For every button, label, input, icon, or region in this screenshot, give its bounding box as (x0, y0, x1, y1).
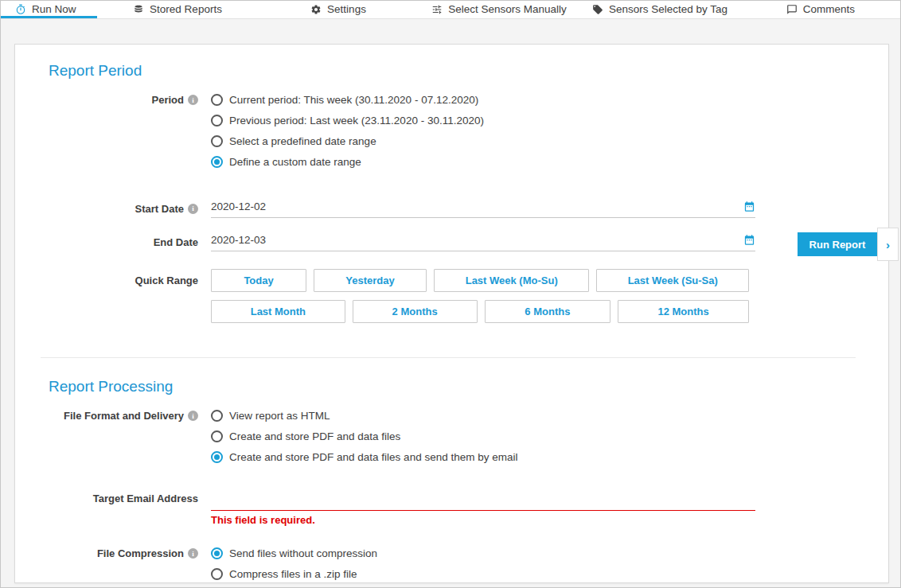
compression-option-none[interactable]: Send files without compression (211, 543, 755, 563)
radio-label: Select a predefined date range (229, 135, 376, 147)
period-label-wrap: Period i (15, 89, 198, 106)
period-options: Current period: This week (30.11.2020 - … (211, 89, 755, 172)
comment-icon (786, 4, 798, 15)
radio-icon-selected[interactable] (211, 451, 223, 463)
calendar-icon[interactable] (743, 234, 755, 246)
start-date-label: Start Date (135, 203, 184, 215)
info-icon[interactable]: i (188, 95, 198, 105)
compression-option-zip[interactable]: Compress files in a .zip file (211, 563, 755, 583)
chevron-right-icon: › (886, 238, 890, 251)
report-period-heading: Report Period (15, 45, 888, 80)
tab-label: Select Sensors Manually (448, 3, 567, 15)
end-date-row: End Date 2020-12-03 (15, 232, 888, 251)
tab-select-sensors-manually[interactable]: Select Sensors Manually (419, 0, 579, 18)
run-report-button[interactable]: Run Report (798, 232, 877, 256)
tab-label: Comments (803, 3, 855, 15)
quick-range-6-months-button[interactable]: 6 Months (485, 300, 611, 323)
period-option-current[interactable]: Current period: This week (30.11.2020 - … (211, 89, 755, 110)
radio-icon-selected[interactable] (211, 156, 223, 168)
file-compression-row: File Compression i Send files without co… (15, 543, 888, 583)
tag-icon (592, 4, 603, 15)
radio-label: Current period: This week (30.11.2020 - … (229, 94, 478, 106)
quick-range-last-week-mo-su-button[interactable]: Last Week (Mo-Su) (434, 269, 589, 292)
radio-icon[interactable] (211, 410, 223, 422)
file-format-row: File Format and Delivery i View report a… (15, 405, 888, 467)
tab-label: Sensors Selected by Tag (609, 3, 727, 15)
start-date-row: Start Date i 2020-12-02 (15, 199, 888, 218)
target-email-label: Target Email Address (93, 493, 198, 504)
format-option-html[interactable]: View report as HTML (211, 405, 755, 426)
tab-run-now[interactable]: Run Now (0, 0, 97, 18)
period-option-custom[interactable]: Define a custom date range (211, 151, 755, 172)
tab-sensors-selected-by-tag[interactable]: Sensors Selected by Tag (579, 0, 740, 18)
radio-label: Create and store PDF and data files and … (229, 451, 517, 463)
quick-range-12-months-button[interactable]: 12 Months (618, 300, 749, 323)
end-date-value[interactable]: 2020-12-03 (211, 234, 266, 246)
quick-range-row: Quick Range Today Yesterday Last Week (M… (15, 269, 888, 331)
tab-comments[interactable]: Comments (740, 0, 901, 18)
tab-label: Stored Reports (150, 3, 222, 15)
radio-icon[interactable] (211, 115, 223, 127)
radio-label: Define a custom date range (229, 156, 361, 168)
period-option-predefined[interactable]: Select a predefined date range (211, 130, 755, 151)
quick-range-last-month-button[interactable]: Last Month (211, 300, 345, 323)
format-option-store-email[interactable]: Create and store PDF and data files and … (211, 446, 755, 467)
radio-label: Create and store PDF and data files (229, 430, 400, 442)
quick-range-label: Quick Range (135, 275, 198, 286)
report-form-card: Report Period Period i Current period: T… (14, 44, 889, 583)
quick-range-yesterday-button[interactable]: Yesterday (314, 269, 427, 292)
radio-icon[interactable] (211, 568, 223, 580)
file-format-label-wrap: File Format and Delivery i (15, 405, 198, 422)
period-label: Period (152, 94, 184, 106)
end-date-label-wrap: End Date (15, 236, 198, 248)
email-error-row: This field is required. (15, 514, 888, 526)
info-icon[interactable]: i (188, 204, 198, 214)
file-compression-label-wrap: File Compression i (15, 543, 198, 559)
field-required-error: This field is required. (211, 514, 315, 526)
start-date-value[interactable]: 2020-12-02 (211, 201, 266, 212)
radio-icon[interactable] (211, 430, 223, 442)
gear-icon (310, 4, 322, 15)
radio-icon-selected[interactable] (211, 547, 223, 559)
start-date-field[interactable]: 2020-12-02 (211, 199, 755, 218)
period-option-previous[interactable]: Previous period: Last week (23.11.2020 -… (211, 110, 755, 130)
radio-icon[interactable] (211, 135, 223, 147)
radio-label: Previous period: Last week (23.11.2020 -… (229, 115, 484, 127)
quick-range-last-week-su-sa-button[interactable]: Last Week (Su-Sa) (596, 269, 749, 292)
target-email-row: Target Email Address (15, 492, 888, 511)
radio-label: Compress files in a .zip file (229, 568, 357, 580)
quick-range-2-months-button[interactable]: 2 Months (353, 300, 478, 323)
tab-stored-reports[interactable]: Stored Reports (97, 0, 258, 18)
period-row: Period i Current period: This week (30.1… (15, 89, 888, 172)
target-email-field-wrap (211, 492, 755, 511)
file-compression-label: File Compression (97, 547, 184, 559)
info-icon[interactable]: i (188, 548, 198, 559)
quick-range-label-wrap: Quick Range (15, 269, 198, 286)
end-date-label: End Date (154, 236, 198, 248)
radio-label: Send files without compression (229, 547, 377, 559)
report-processing-heading: Report Processing (15, 358, 888, 395)
database-icon (133, 4, 144, 15)
tab-label: Run Now (32, 3, 76, 15)
target-email-label-wrap: Target Email Address (15, 493, 198, 511)
top-tab-bar: Run Now Stored Reports Settings Select S… (0, 0, 901, 19)
tab-settings[interactable]: Settings (258, 0, 419, 18)
start-date-label-wrap: Start Date i (15, 203, 198, 215)
info-icon[interactable]: i (188, 411, 198, 421)
stopwatch-icon (15, 4, 26, 15)
target-email-input[interactable] (211, 492, 755, 510)
sliders-icon (431, 4, 443, 15)
quick-range-buttons: Today Yesterday Last Week (Mo-Su) Last W… (211, 269, 749, 331)
expand-panel-tab[interactable]: › (877, 228, 899, 261)
quick-range-today-button[interactable]: Today (211, 269, 306, 292)
file-format-label: File Format and Delivery (64, 410, 184, 422)
calendar-icon[interactable] (743, 201, 755, 212)
file-compression-options: Send files without compression Compress … (211, 543, 755, 583)
radio-icon[interactable] (211, 94, 223, 106)
tab-label: Settings (327, 3, 366, 15)
file-format-options: View report as HTML Create and store PDF… (211, 405, 755, 467)
radio-label: View report as HTML (229, 410, 330, 422)
format-option-store[interactable]: Create and store PDF and data files (211, 426, 755, 446)
end-date-field[interactable]: 2020-12-03 (211, 232, 755, 251)
